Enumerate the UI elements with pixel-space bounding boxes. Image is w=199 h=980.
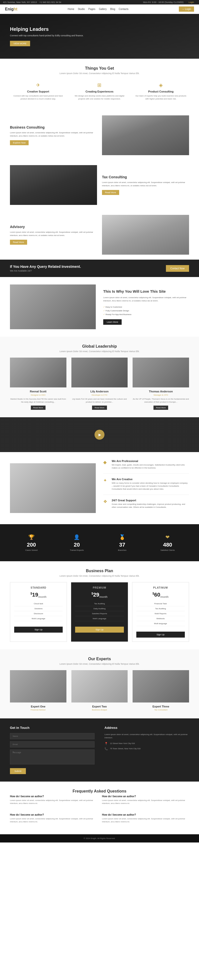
business-consulting-button[interactable]: Explore Now: [10, 140, 29, 145]
plan-feature-s-1: Cloud task: [14, 601, 63, 606]
service-title-3: 24/7 Great Support: [112, 499, 189, 502]
faq-a-4: Lorem ipsum dolor sit amet, consectetur …: [102, 818, 189, 823]
tax-consulting-title: Tax Consulting: [102, 175, 189, 179]
thing-title-2: Creating Experiences: [74, 90, 125, 93]
service-desc-3: Grows clear and compelling leadership ch…: [112, 503, 189, 509]
video-section: [0, 417, 199, 452]
leader-desc-2: Lily leads Fort 40 years and we have rev…: [72, 398, 128, 404]
nav-studio[interactable]: Studio: [78, 8, 85, 10]
faq-a-3: Lorem ipsum dolor sit amet, consectetur …: [10, 818, 97, 823]
nav-home[interactable]: Home: [68, 8, 74, 10]
hero-subtitle: Connect with top consultants hand-picked…: [10, 34, 84, 38]
service-item-2: ✦ We Are Creative With so many forms to …: [103, 478, 189, 495]
nav-pages[interactable]: Pages: [88, 8, 95, 10]
stats-section: 🏆 200 Cases Solved 👤 20 Trained Experts …: [0, 524, 199, 561]
stat-clients: ❤ 480 Satisfied Clients: [146, 531, 189, 554]
expert-card-1: Expert One Financial Advisor: [10, 670, 67, 711]
contact-form-col: Get in Touch Submit: [10, 726, 94, 774]
plan-feature-pl-4: Webtools: [136, 616, 185, 621]
nav-login-button[interactable]: → Login: [179, 6, 194, 12]
stat-label-experts: Trained Experts: [58, 549, 96, 551]
tax-consulting-text: Tax Consulting Lorem ipsum dolor sit ame…: [102, 175, 189, 195]
stat-number-cases: 200: [13, 542, 51, 548]
plan-feature-p-3: Satisfied Reports: [75, 611, 124, 616]
faq-item-4: How do I become an author? Lorem ipsum d…: [102, 813, 189, 823]
advisory-image: [102, 215, 189, 255]
leader-name-2: Lily Anderson: [72, 390, 128, 393]
plans-grid: STANDARD $19/month Cloud task Solutions …: [10, 582, 189, 642]
why-features-list: Easy to Customize Fully Customizable Des…: [103, 305, 189, 316]
experts-subtitle: Lorem Ipsum Dolor Sit Amet, Consectetur …: [10, 663, 189, 665]
leader-role-3: Manager & CFO: [132, 394, 189, 396]
plan-standard: STANDARD $19/month Cloud task Solutions …: [10, 582, 67, 642]
leader-btn-2[interactable]: Read More: [92, 406, 107, 410]
plan-name-standard: STANDARD: [14, 586, 63, 589]
contact-address-desc: Lorem ipsum dolor sit amet, consectetur …: [105, 733, 189, 740]
thing-card-3: ◈ Product Consulting Our team of experts…: [132, 80, 189, 103]
business-consulting-text: Business Consulting Lorem ipsum dolor si…: [10, 125, 97, 145]
plan-name-platinum: PLATINUM: [136, 586, 185, 589]
logo: Enight: [5, 7, 18, 11]
faq-q-3: How do I become an author?: [10, 813, 97, 816]
nav-gallery[interactable]: Gallery: [99, 8, 107, 10]
hero-cta-button[interactable]: VIEW MORE: [10, 41, 30, 46]
cta-subtitle: We Are Available 24/7: [10, 270, 81, 272]
plan-btn-platinum[interactable]: Sign Up: [136, 632, 185, 638]
plan-section: Business Plan Lorem Ipsum Dolor Sit Amet…: [0, 561, 199, 649]
leader-name-1: Reenal Scott: [10, 390, 67, 393]
plan-btn-premium[interactable]: Sign Up: [75, 627, 124, 633]
why-feature-3: Ready For App And Business: [103, 313, 189, 316]
thing-desc-2: We design and develop world-class platfo…: [74, 94, 125, 100]
leaders-grid: Reenal Scott Designer & CEO Started Stud…: [10, 358, 189, 410]
plan-feature-s-3: Disclosure: [14, 611, 63, 616]
contact-address-title: Address: [105, 726, 189, 730]
expert-role-2: Business Analyst: [72, 709, 128, 711]
contact-submit-button[interactable]: Submit: [10, 768, 26, 774]
professional-icon: ◆: [103, 460, 109, 469]
leader-btn-1[interactable]: Read More: [31, 406, 46, 410]
plan-btn-standard[interactable]: Sign Up: [14, 627, 63, 633]
advisory-text: Advisory Lorem ipsum dolor sit amet, con…: [10, 225, 97, 245]
advisory-button[interactable]: Read More: [10, 240, 27, 245]
leader-desc-1: Started Studio In His Success And Till H…: [10, 398, 67, 404]
cta-button[interactable]: Contact Now: [166, 265, 189, 272]
service-desc-2: With so many forms to consider when deci…: [112, 482, 189, 491]
plan-price-standard: $19/month: [14, 592, 63, 598]
phone-icon: 📞: [105, 747, 108, 751]
expert-card-2: Expert Two Business Analyst: [72, 670, 128, 711]
plan-feature-pl-2: Tax Auditing: [136, 606, 185, 611]
plan-feature-p-1: Tax Auditing: [75, 601, 124, 606]
faq-title: Frequently Asked Questions: [10, 789, 189, 794]
plan-feature-s-2: Solutions: [14, 606, 63, 611]
address-item-2: 📞 75 Town Street, New York City 016: [105, 747, 189, 751]
nav-contacts[interactable]: Contacts: [119, 8, 128, 10]
experts-grid: Expert One Financial Advisor Expert Two …: [10, 670, 189, 711]
stat-number-clients: 480: [149, 542, 187, 548]
stat-label-cases: Cases Solved: [13, 549, 51, 551]
contact-email-input[interactable]: [10, 741, 94, 748]
why-feature-1: Easy to Customize: [103, 305, 189, 309]
service-title-2: We Are Creative: [112, 478, 189, 480]
leadership-section: Global Leadership Lorem Ipsum Dolor Sit …: [0, 337, 199, 417]
play-button[interactable]: [94, 430, 105, 440]
contact-form-title: Get in Touch: [10, 726, 94, 730]
faq-q-4: How do I become an author?: [102, 813, 189, 816]
expert-card-3: Expert Three Tax Consultant: [132, 670, 189, 711]
trophy-icon: 🏆: [13, 534, 51, 540]
support-icon: ❖: [103, 499, 109, 509]
why-btn[interactable]: Learn More: [103, 319, 122, 325]
service-desc-1: We inspire, lead, guide, results and enc…: [112, 463, 189, 469]
leader-btn-3[interactable]: Read More: [153, 406, 169, 410]
faq-q-1: How do I become an author?: [10, 795, 97, 798]
tax-consulting-button[interactable]: Read More: [102, 190, 119, 195]
login-link[interactable]: Login: [189, 1, 194, 3]
thing-title-3: Product Consulting: [135, 90, 186, 93]
plan-subtitle: Lorem Ipsum Dolor Sit Amet, Consectetur …: [10, 575, 189, 577]
contact-message-input[interactable]: [10, 749, 94, 764]
contact-name-input[interactable]: [10, 733, 94, 739]
things-title: Things You Get: [10, 66, 189, 71]
tax-consulting-desc: Lorem ipsum dolor sit amet, consectetur …: [102, 181, 189, 188]
thing-card-2: ⊞ Creating Experiences We design and dev…: [72, 80, 128, 103]
nav-blog[interactable]: Blog: [110, 8, 115, 10]
stat-cases: 🏆 200 Cases Solved: [10, 531, 53, 554]
